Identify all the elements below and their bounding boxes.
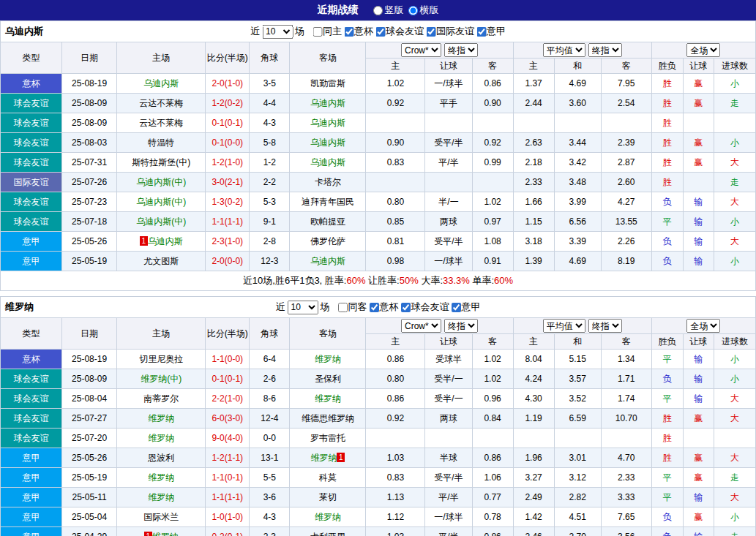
score-cell[interactable]: 3-0(2-1) xyxy=(206,173,250,192)
filter-checkbox-option[interactable]: 球会友谊 xyxy=(375,25,424,38)
filter-checkbox-option[interactable]: 意杯 xyxy=(370,301,399,314)
away-team-cell[interactable]: 乌迪内斯 xyxy=(290,252,366,271)
odds-stage-select[interactable]: 终指 xyxy=(444,43,478,57)
home-team-cell[interactable]: 乌迪内斯(中) xyxy=(117,173,206,192)
result-cell: 大 xyxy=(714,409,755,429)
score-cell[interactable]: 2-0(1-0) xyxy=(206,74,250,94)
odds-source-select[interactable]: Crow* xyxy=(401,43,441,57)
home-team-cell[interactable]: 国际米兰 xyxy=(117,507,206,527)
away-team-cell[interactable]: 佛罗伦萨 xyxy=(290,232,366,252)
home-team-cell[interactable]: 维罗纳 xyxy=(117,468,206,488)
result-cell: 大 xyxy=(714,389,755,409)
odds-stage-select[interactable]: 终指 xyxy=(444,319,478,333)
away-team-cell[interactable]: 乌迪内斯 xyxy=(290,133,366,153)
home-team-cell[interactable]: 1维罗纳 xyxy=(117,527,206,536)
odds-cell: 0.92 xyxy=(366,409,425,429)
avg-stage-select[interactable]: 终指 xyxy=(588,319,622,333)
score-cell[interactable]: 1-1(0-0) xyxy=(206,350,250,369)
away-team-cell[interactable]: 维罗纳 xyxy=(290,350,366,369)
filter-checkbox-option[interactable]: 同主 xyxy=(312,25,342,38)
home-team-cell[interactable]: 乌迪内斯 xyxy=(117,74,206,94)
filter-checkbox-option[interactable]: 意甲 xyxy=(452,301,481,314)
odds-cell: 6.56 xyxy=(554,212,601,232)
avg-stage-select[interactable]: 终指 xyxy=(588,43,622,57)
home-team-cell[interactable]: 维罗纳(中) xyxy=(117,369,206,389)
home-team-cell[interactable]: 南蒂罗尔 xyxy=(117,389,206,409)
home-team-cell[interactable]: 特温特 xyxy=(117,133,206,153)
odds-cell: 13.55 xyxy=(601,212,651,232)
score-cell[interactable]: 0-2(0-1) xyxy=(206,527,250,536)
away-team-cell[interactable]: 卡利亚里 xyxy=(290,527,366,536)
filter-checkbox[interactable] xyxy=(312,27,322,37)
home-team-cell[interactable]: 维罗纳 xyxy=(117,488,206,507)
filter-checkbox-option[interactable]: 球会友谊 xyxy=(401,301,449,314)
away-team-cell[interactable]: 乌迪内斯 xyxy=(290,94,366,113)
filter-checkbox[interactable] xyxy=(344,27,353,37)
score-cell[interactable]: 6-0(3-0) xyxy=(206,409,250,429)
odds-source-select[interactable]: Crow* xyxy=(401,319,441,333)
layout-option-horizontal[interactable]: 横版 xyxy=(408,4,439,17)
filter-checkbox[interactable] xyxy=(370,303,379,312)
away-team-cell[interactable]: 莱切 xyxy=(290,488,366,507)
filter-checkbox-option[interactable]: 意杯 xyxy=(344,25,373,38)
layout-option-vertical[interactable]: 竖版 xyxy=(373,4,404,17)
games-count-select[interactable]: 10 xyxy=(288,301,318,314)
avg-source-select[interactable]: 平均值 xyxy=(543,43,585,57)
away-team-cell[interactable]: 欧帕提亚 xyxy=(290,212,366,232)
home-team-cell[interactable]: 切里尼奥拉 xyxy=(117,350,206,369)
scope-select[interactable]: 全场 xyxy=(686,43,720,57)
away-team-cell[interactable]: 迪拜青年国民 xyxy=(290,192,366,212)
away-team-cell[interactable]: 卡塔尔 xyxy=(290,173,366,192)
filter-checkbox[interactable] xyxy=(375,27,385,37)
filter-checkbox-option[interactable]: 意甲 xyxy=(476,25,506,38)
home-team-cell[interactable]: 云达不莱梅 xyxy=(117,94,206,113)
horizontal-layout-radio[interactable] xyxy=(408,6,418,15)
score-cell[interactable]: 1-3(0-2) xyxy=(206,192,250,212)
filter-checkbox[interactable] xyxy=(452,303,461,312)
away-team-cell[interactable]: 乌迪内斯 xyxy=(290,113,366,133)
avg-source-select[interactable]: 平均值 xyxy=(543,319,585,333)
filter-checkbox-option[interactable]: 国际友谊 xyxy=(426,25,474,38)
home-team-cell[interactable]: 恩波利 xyxy=(117,448,206,468)
match-type-badge: 球会友谊 xyxy=(1,113,62,133)
score-cell[interactable]: 1-2(1-0) xyxy=(206,153,250,173)
home-team-cell[interactable]: 乌迪内斯(中) xyxy=(117,192,206,212)
away-team-cell[interactable]: 凯勤雷斯 xyxy=(290,74,366,94)
score-cell[interactable]: 0-1(0-1) xyxy=(206,113,250,133)
score-cell[interactable]: 1-1(1-1) xyxy=(206,212,250,232)
away-team-cell[interactable]: 罗韦雷托 xyxy=(290,429,366,448)
score-cell[interactable]: 1-2(1-1) xyxy=(206,448,250,468)
filter-checkbox[interactable] xyxy=(426,27,435,37)
score-cell[interactable]: 2-0(0-0) xyxy=(206,252,250,271)
score-cell[interactable]: 0-1(0-1) xyxy=(206,369,250,389)
home-team-cell[interactable]: 维罗纳 xyxy=(117,409,206,429)
away-team-cell[interactable]: 维罗纳 xyxy=(290,389,366,409)
score-cell[interactable]: 1-2(0-2) xyxy=(206,94,250,113)
away-team-cell[interactable]: 维罗纳 xyxy=(290,507,366,527)
scope-select[interactable]: 全场 xyxy=(686,319,720,333)
score-cell[interactable]: 1-0(1-0) xyxy=(206,507,250,527)
score-cell[interactable]: 2-3(1-0) xyxy=(206,232,250,252)
filter-checkbox[interactable] xyxy=(401,303,411,312)
score-cell[interactable]: 1-1(1-1) xyxy=(206,488,250,507)
filter-checkbox-option[interactable]: 同客 xyxy=(338,301,367,314)
filter-checkbox[interactable] xyxy=(476,27,486,37)
away-team-cell[interactable]: 科莫 xyxy=(290,468,366,488)
score-cell[interactable]: 1-1(0-1) xyxy=(206,468,250,488)
away-team-cell[interactable]: 乌迪内斯 xyxy=(290,153,366,173)
home-team-cell[interactable]: 尤文图斯 xyxy=(117,252,206,271)
games-count-select[interactable]: 10 xyxy=(262,25,293,39)
away-team-cell[interactable]: 维罗纳1 xyxy=(290,448,366,468)
home-team-cell[interactable]: 云达不莱梅 xyxy=(117,113,206,133)
home-team-cell[interactable]: 斯特拉斯堡(中) xyxy=(117,153,206,173)
score-cell[interactable]: 0-1(0-0) xyxy=(206,133,250,153)
away-team-cell[interactable]: 圣保利 xyxy=(290,369,366,389)
score-cell[interactable]: 9-0(4-0) xyxy=(206,429,250,448)
home-team-cell[interactable]: 乌迪内斯(中) xyxy=(117,212,206,232)
filter-checkbox[interactable] xyxy=(338,303,348,312)
home-team-cell[interactable]: 维罗纳 xyxy=(117,429,206,448)
score-cell[interactable]: 2-2(1-0) xyxy=(206,389,250,409)
vertical-layout-radio[interactable] xyxy=(373,6,383,15)
away-team-cell[interactable]: 维德思维罗纳 xyxy=(290,409,366,429)
home-team-cell[interactable]: 1乌迪内斯 xyxy=(117,232,206,252)
